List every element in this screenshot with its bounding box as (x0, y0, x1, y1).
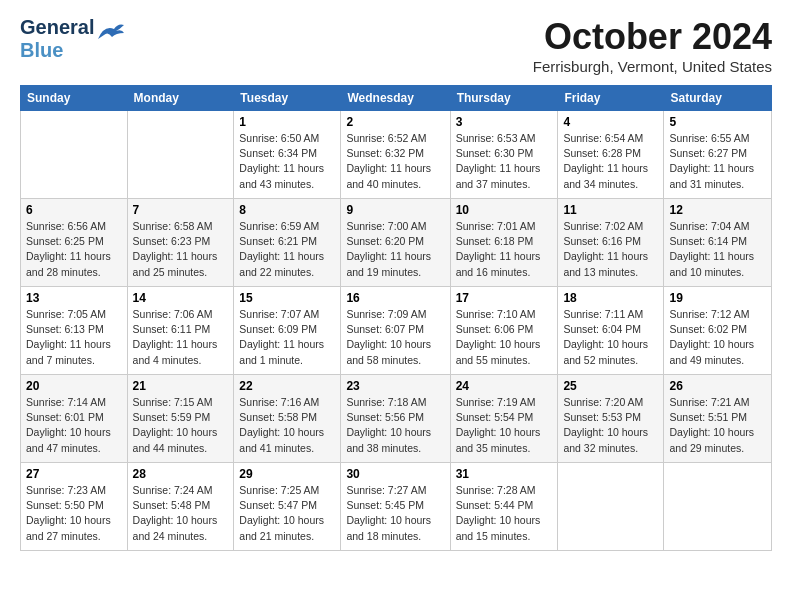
day-number: 29 (239, 467, 335, 481)
day-cell: 4Sunrise: 6:54 AM Sunset: 6:28 PM Daylig… (558, 111, 664, 199)
day-number: 4 (563, 115, 658, 129)
day-number: 17 (456, 291, 553, 305)
month-title: October 2024 (533, 16, 772, 58)
day-cell (664, 463, 772, 551)
day-number: 9 (346, 203, 444, 217)
day-number: 1 (239, 115, 335, 129)
day-info: Sunrise: 7:25 AM Sunset: 5:47 PM Dayligh… (239, 483, 335, 544)
col-header-saturday: Saturday (664, 86, 772, 111)
day-cell: 13Sunrise: 7:05 AM Sunset: 6:13 PM Dayli… (21, 287, 128, 375)
day-info: Sunrise: 7:14 AM Sunset: 6:01 PM Dayligh… (26, 395, 122, 456)
day-number: 22 (239, 379, 335, 393)
col-header-sunday: Sunday (21, 86, 128, 111)
logo: General Blue (20, 16, 126, 62)
day-info: Sunrise: 7:01 AM Sunset: 6:18 PM Dayligh… (456, 219, 553, 280)
day-cell: 3Sunrise: 6:53 AM Sunset: 6:30 PM Daylig… (450, 111, 558, 199)
day-info: Sunrise: 7:10 AM Sunset: 6:06 PM Dayligh… (456, 307, 553, 368)
day-info: Sunrise: 7:20 AM Sunset: 5:53 PM Dayligh… (563, 395, 658, 456)
day-cell: 27Sunrise: 7:23 AM Sunset: 5:50 PM Dayli… (21, 463, 128, 551)
day-info: Sunrise: 7:00 AM Sunset: 6:20 PM Dayligh… (346, 219, 444, 280)
day-cell: 29Sunrise: 7:25 AM Sunset: 5:47 PM Dayli… (234, 463, 341, 551)
day-number: 30 (346, 467, 444, 481)
day-info: Sunrise: 7:04 AM Sunset: 6:14 PM Dayligh… (669, 219, 766, 280)
day-cell: 1Sunrise: 6:50 AM Sunset: 6:34 PM Daylig… (234, 111, 341, 199)
day-info: Sunrise: 7:19 AM Sunset: 5:54 PM Dayligh… (456, 395, 553, 456)
day-cell (127, 111, 234, 199)
day-cell: 25Sunrise: 7:20 AM Sunset: 5:53 PM Dayli… (558, 375, 664, 463)
day-cell (21, 111, 128, 199)
day-cell: 16Sunrise: 7:09 AM Sunset: 6:07 PM Dayli… (341, 287, 450, 375)
week-row-4: 20Sunrise: 7:14 AM Sunset: 6:01 PM Dayli… (21, 375, 772, 463)
day-cell: 22Sunrise: 7:16 AM Sunset: 5:58 PM Dayli… (234, 375, 341, 463)
day-cell: 31Sunrise: 7:28 AM Sunset: 5:44 PM Dayli… (450, 463, 558, 551)
week-row-5: 27Sunrise: 7:23 AM Sunset: 5:50 PM Dayli… (21, 463, 772, 551)
day-number: 19 (669, 291, 766, 305)
day-info: Sunrise: 7:21 AM Sunset: 5:51 PM Dayligh… (669, 395, 766, 456)
day-info: Sunrise: 7:16 AM Sunset: 5:58 PM Dayligh… (239, 395, 335, 456)
title-area: October 2024 Ferrisburgh, Vermont, Unite… (533, 16, 772, 75)
day-info: Sunrise: 6:55 AM Sunset: 6:27 PM Dayligh… (669, 131, 766, 192)
day-cell: 23Sunrise: 7:18 AM Sunset: 5:56 PM Dayli… (341, 375, 450, 463)
day-cell: 20Sunrise: 7:14 AM Sunset: 6:01 PM Dayli… (21, 375, 128, 463)
day-info: Sunrise: 7:27 AM Sunset: 5:45 PM Dayligh… (346, 483, 444, 544)
day-cell: 30Sunrise: 7:27 AM Sunset: 5:45 PM Dayli… (341, 463, 450, 551)
day-number: 23 (346, 379, 444, 393)
day-info: Sunrise: 7:07 AM Sunset: 6:09 PM Dayligh… (239, 307, 335, 368)
header: General Blue October 2024 Ferrisburgh, V… (20, 16, 772, 75)
day-cell: 8Sunrise: 6:59 AM Sunset: 6:21 PM Daylig… (234, 199, 341, 287)
day-info: Sunrise: 7:12 AM Sunset: 6:02 PM Dayligh… (669, 307, 766, 368)
day-number: 14 (133, 291, 229, 305)
day-info: Sunrise: 6:52 AM Sunset: 6:32 PM Dayligh… (346, 131, 444, 192)
day-cell: 9Sunrise: 7:00 AM Sunset: 6:20 PM Daylig… (341, 199, 450, 287)
day-cell: 24Sunrise: 7:19 AM Sunset: 5:54 PM Dayli… (450, 375, 558, 463)
day-number: 8 (239, 203, 335, 217)
col-header-wednesday: Wednesday (341, 86, 450, 111)
day-cell: 2Sunrise: 6:52 AM Sunset: 6:32 PM Daylig… (341, 111, 450, 199)
day-info: Sunrise: 6:56 AM Sunset: 6:25 PM Dayligh… (26, 219, 122, 280)
day-cell: 21Sunrise: 7:15 AM Sunset: 5:59 PM Dayli… (127, 375, 234, 463)
logo-bird-icon (96, 21, 126, 43)
day-info: Sunrise: 6:59 AM Sunset: 6:21 PM Dayligh… (239, 219, 335, 280)
day-info: Sunrise: 6:58 AM Sunset: 6:23 PM Dayligh… (133, 219, 229, 280)
day-number: 7 (133, 203, 229, 217)
day-cell: 18Sunrise: 7:11 AM Sunset: 6:04 PM Dayli… (558, 287, 664, 375)
logo-general: General (20, 16, 94, 38)
day-info: Sunrise: 7:09 AM Sunset: 6:07 PM Dayligh… (346, 307, 444, 368)
day-number: 3 (456, 115, 553, 129)
day-cell: 14Sunrise: 7:06 AM Sunset: 6:11 PM Dayli… (127, 287, 234, 375)
week-row-2: 6Sunrise: 6:56 AM Sunset: 6:25 PM Daylig… (21, 199, 772, 287)
day-number: 11 (563, 203, 658, 217)
day-info: Sunrise: 7:06 AM Sunset: 6:11 PM Dayligh… (133, 307, 229, 368)
week-row-1: 1Sunrise: 6:50 AM Sunset: 6:34 PM Daylig… (21, 111, 772, 199)
day-number: 20 (26, 379, 122, 393)
day-number: 5 (669, 115, 766, 129)
day-number: 21 (133, 379, 229, 393)
day-cell: 10Sunrise: 7:01 AM Sunset: 6:18 PM Dayli… (450, 199, 558, 287)
day-cell: 19Sunrise: 7:12 AM Sunset: 6:02 PM Dayli… (664, 287, 772, 375)
day-number: 15 (239, 291, 335, 305)
day-cell: 15Sunrise: 7:07 AM Sunset: 6:09 PM Dayli… (234, 287, 341, 375)
day-info: Sunrise: 7:11 AM Sunset: 6:04 PM Dayligh… (563, 307, 658, 368)
calendar-container: General Blue October 2024 Ferrisburgh, V… (0, 0, 792, 563)
day-info: Sunrise: 7:24 AM Sunset: 5:48 PM Dayligh… (133, 483, 229, 544)
day-info: Sunrise: 7:05 AM Sunset: 6:13 PM Dayligh… (26, 307, 122, 368)
location: Ferrisburgh, Vermont, United States (533, 58, 772, 75)
col-header-friday: Friday (558, 86, 664, 111)
col-header-tuesday: Tuesday (234, 86, 341, 111)
day-number: 2 (346, 115, 444, 129)
day-info: Sunrise: 7:15 AM Sunset: 5:59 PM Dayligh… (133, 395, 229, 456)
day-number: 6 (26, 203, 122, 217)
day-info: Sunrise: 6:53 AM Sunset: 6:30 PM Dayligh… (456, 131, 553, 192)
week-row-3: 13Sunrise: 7:05 AM Sunset: 6:13 PM Dayli… (21, 287, 772, 375)
day-info: Sunrise: 6:50 AM Sunset: 6:34 PM Dayligh… (239, 131, 335, 192)
day-info: Sunrise: 7:28 AM Sunset: 5:44 PM Dayligh… (456, 483, 553, 544)
day-info: Sunrise: 6:54 AM Sunset: 6:28 PM Dayligh… (563, 131, 658, 192)
day-number: 25 (563, 379, 658, 393)
calendar-table: SundayMondayTuesdayWednesdayThursdayFrid… (20, 85, 772, 551)
day-number: 12 (669, 203, 766, 217)
day-number: 24 (456, 379, 553, 393)
day-info: Sunrise: 7:02 AM Sunset: 6:16 PM Dayligh… (563, 219, 658, 280)
day-number: 27 (26, 467, 122, 481)
header-row: SundayMondayTuesdayWednesdayThursdayFrid… (21, 86, 772, 111)
day-info: Sunrise: 7:18 AM Sunset: 5:56 PM Dayligh… (346, 395, 444, 456)
